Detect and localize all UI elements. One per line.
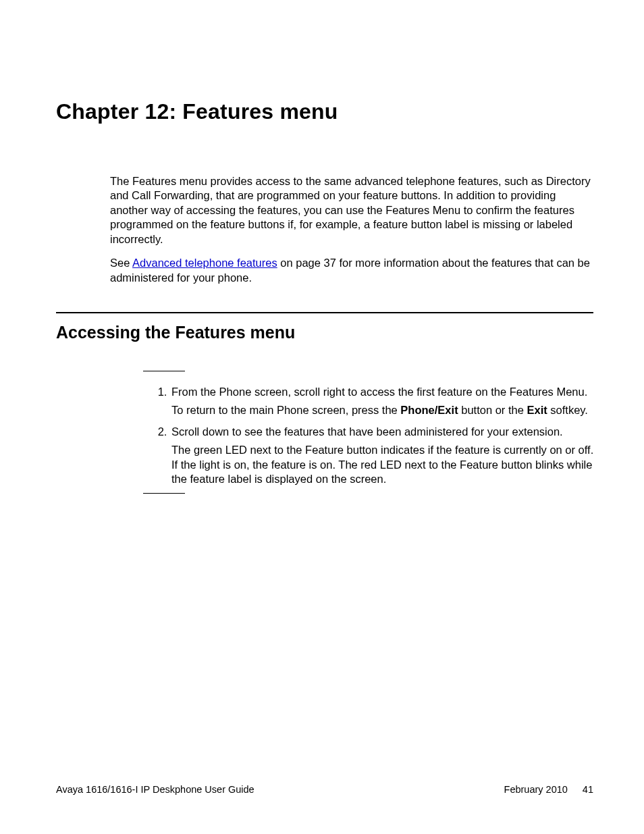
steps-top-mark xyxy=(143,371,185,371)
step-1-line-1: From the Phone screen, scroll right to a… xyxy=(171,386,587,398)
steps-bottom-mark xyxy=(143,493,185,494)
steps-block: From the Phone screen, scroll right to a… xyxy=(154,385,595,494)
intro-block: The Features menu provides access to the… xyxy=(110,174,596,294)
chapter-title: Chapter 12: Features menu xyxy=(56,99,338,124)
section-title: Accessing the Features menu xyxy=(56,323,295,342)
step-2: Scroll down to see the features that hav… xyxy=(170,425,595,487)
page: Chapter 12: Features menu The Features m… xyxy=(0,0,644,834)
intro-p2-pre: See xyxy=(110,257,132,269)
page-footer: Avaya 1616/1616-I IP Deskphone User Guid… xyxy=(56,784,593,795)
section-rule xyxy=(56,312,593,313)
intro-paragraph-2: See Advanced telephone features on page … xyxy=(110,256,596,285)
step-1b-mid: button or the xyxy=(458,404,527,416)
exit-bold: Exit xyxy=(527,404,547,416)
step-1-line-2: To return to the main Phone screen, pres… xyxy=(171,403,595,417)
footer-right: February 2010 41 xyxy=(504,784,593,795)
step-1: From the Phone screen, scroll right to a… xyxy=(170,385,595,418)
step-1b-pre: To return to the main Phone screen, pres… xyxy=(171,404,400,416)
phone-exit-bold: Phone/Exit xyxy=(400,404,458,416)
intro-paragraph-1: The Features menu provides access to the… xyxy=(110,174,596,246)
step-1b-post: softkey. xyxy=(547,404,588,416)
footer-page-number: 41 xyxy=(583,784,593,795)
advanced-features-link[interactable]: Advanced telephone features xyxy=(132,257,277,269)
step-2-line-1: Scroll down to see the features that hav… xyxy=(171,425,563,438)
footer-date: February 2010 xyxy=(504,784,568,795)
step-2-line-2: The green LED next to the Feature button… xyxy=(171,443,595,486)
footer-doc-title: Avaya 1616/1616-I IP Deskphone User Guid… xyxy=(56,784,254,795)
